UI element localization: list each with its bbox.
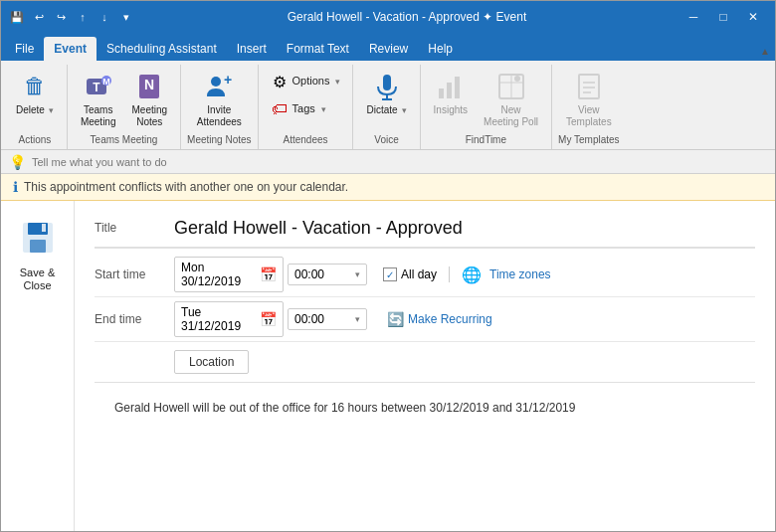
dictate-button[interactable]: Dictate ▾ [359, 67, 413, 120]
location-button[interactable]: Location [174, 350, 249, 374]
options-button[interactable]: ⚙ Options ▾ [265, 69, 347, 94]
end-time-select[interactable]: 00:00 ▾ [288, 308, 367, 330]
save-close-label: Save &Close [20, 266, 55, 292]
dictate-label: Dictate [366, 104, 397, 116]
tab-scheduling-assistant[interactable]: Scheduling Assistant [97, 37, 227, 61]
svg-rect-18 [579, 75, 599, 98]
delete-label: Delete [16, 104, 45, 116]
teams-meeting-group: T M TeamsMeeting N MeetingNotes Teams Me… [68, 65, 181, 149]
svg-rect-12 [447, 83, 452, 98]
start-label: Start time [95, 267, 174, 281]
delete-button[interactable]: 🗑 Delete ▾ [9, 67, 61, 120]
main-form-row: Save &Close Title Gerald Howell - Vacati… [1, 201, 775, 532]
meeting-notes-label: MeetingNotes [131, 104, 167, 128]
tell-me-input[interactable] [32, 156, 767, 168]
attendees-group: ⚙ Options ▾ 🏷 Tags ▾ Attendees [259, 65, 354, 149]
divider [449, 266, 450, 282]
ribbon-collapse-button[interactable]: ▲ [755, 41, 775, 61]
action-panel: Save &Close [1, 201, 75, 532]
make-recurring-icon: 🔄 [387, 311, 404, 327]
save-icon[interactable]: 💾 [9, 9, 25, 25]
invite-attendees-label: InviteAttendees [197, 104, 242, 128]
move-up-icon[interactable]: ↑ [75, 9, 91, 25]
tab-event[interactable]: Event [44, 37, 97, 61]
tab-format-text[interactable]: Format Text [277, 37, 359, 61]
end-date-field[interactable]: Tue 31/12/2019 📅 [174, 301, 284, 337]
teams-icon: T M [83, 71, 114, 102]
maximize-button[interactable]: □ [709, 7, 737, 27]
start-calendar-icon: 📅 [260, 266, 277, 282]
allday-row: All day 🌐 Time zones [383, 266, 551, 284]
make-recurring-button[interactable]: 🔄 Make Recurring [383, 309, 496, 329]
tab-help[interactable]: Help [418, 37, 463, 61]
voice-group-label: Voice [374, 132, 398, 149]
form-area: Title Gerald Howell - Vacation - Approve… [75, 201, 775, 532]
options-dropdown-arrow: ▾ [335, 77, 340, 87]
body-text: Gerald Howell will be out of the office … [114, 401, 735, 415]
voice-group-content: Dictate ▾ [359, 65, 413, 132]
minimize-button[interactable]: ─ [679, 7, 707, 27]
end-calendar-icon: 📅 [260, 311, 277, 327]
undo-icon[interactable]: ↩ [31, 9, 47, 25]
allday-checkbox[interactable] [383, 267, 397, 281]
start-date-input: Mon 30/12/2019 📅 00:00 ▾ All day [174, 257, 551, 292]
start-time-select[interactable]: 00:00 ▾ [288, 264, 367, 285]
title-label: Title [95, 221, 174, 235]
save-close-button[interactable]: Save &Close [13, 213, 63, 299]
invite-attendees-button[interactable]: + InviteAttendees [190, 67, 249, 132]
start-date-field[interactable]: Mon 30/12/2019 📅 [174, 257, 284, 292]
view-templates-label: ViewTemplates [566, 104, 612, 128]
end-label: End time [95, 312, 174, 326]
start-time-dropdown-arrow: ▾ [355, 269, 360, 279]
redo-icon[interactable]: ↪ [53, 9, 69, 25]
svg-text:M: M [102, 77, 110, 87]
save-close-icon [20, 220, 56, 263]
insights-button[interactable]: Insights [427, 67, 475, 120]
title-row: Title Gerald Howell - Vacation - Approve… [95, 213, 755, 249]
window-title: Gerald Howell - Vacation - Approved ✦ Ev… [134, 10, 679, 24]
tags-button[interactable]: 🏷 Tags ▾ [265, 96, 347, 122]
teams-meeting-button[interactable]: T M TeamsMeeting [74, 67, 123, 132]
svg-rect-24 [30, 240, 46, 253]
new-meeting-poll-label: NewMeeting Poll [484, 104, 538, 128]
location-row: Location [95, 342, 755, 378]
delete-icon: 🗑 [19, 71, 51, 102]
my-templates-group-label: My Templates [558, 132, 620, 149]
delete-dropdown-arrow: ▾ [49, 105, 54, 115]
ribbon-toolbar: 🗑 Delete ▾ Actions T M Te [1, 61, 775, 150]
meeting-notes-group: + InviteAttendees Meeting Notes [181, 65, 258, 149]
title-bar-left: 💾 ↩ ↪ ↑ ↓ ▾ [9, 9, 134, 25]
meeting-notes-group-content: + InviteAttendees [190, 65, 249, 132]
svg-rect-11 [439, 89, 444, 98]
move-down-icon[interactable]: ↓ [97, 9, 112, 25]
start-date-value: Mon 30/12/2019 [181, 261, 260, 288]
close-button[interactable]: ✕ [739, 7, 767, 27]
allday-label: All day [401, 267, 437, 281]
start-time-row: Start time Mon 30/12/2019 📅 00:00 ▾ [95, 253, 755, 297]
voice-group: Dictate ▾ Voice [353, 65, 420, 149]
new-meeting-poll-button[interactable]: NewMeeting Poll [477, 67, 545, 132]
timezone-globe-icon: 🌐 [462, 266, 482, 284]
actions-group-content: 🗑 Delete ▾ [9, 65, 61, 132]
allday-checkbox-container[interactable]: All day [383, 267, 437, 281]
my-templates-group: ViewTemplates My Templates [552, 65, 626, 149]
tags-icon: 🏷 [271, 100, 289, 118]
dictate-icon [371, 71, 403, 102]
svg-text:N: N [144, 77, 154, 92]
timezone-link[interactable]: Time zones [489, 267, 551, 281]
view-templates-button[interactable]: ViewTemplates [559, 67, 619, 132]
customize-icon[interactable]: ▾ [118, 9, 134, 25]
end-time-value: 00:00 [294, 312, 324, 326]
tags-dropdown-arrow: ▾ [321, 104, 326, 114]
meeting-notes-button[interactable]: N MeetingNotes [124, 67, 174, 132]
tell-me-bar: 💡 [1, 150, 775, 174]
meeting-notes-icon: N [133, 71, 165, 102]
tab-insert[interactable]: Insert [227, 37, 277, 61]
end-date-value: Tue 31/12/2019 [181, 305, 260, 333]
invite-attendees-icon: + [203, 71, 235, 102]
svg-rect-25 [42, 224, 46, 232]
svg-rect-13 [455, 77, 460, 98]
form-separator [95, 382, 755, 383]
tab-file[interactable]: File [5, 37, 44, 61]
tab-review[interactable]: Review [359, 37, 418, 61]
